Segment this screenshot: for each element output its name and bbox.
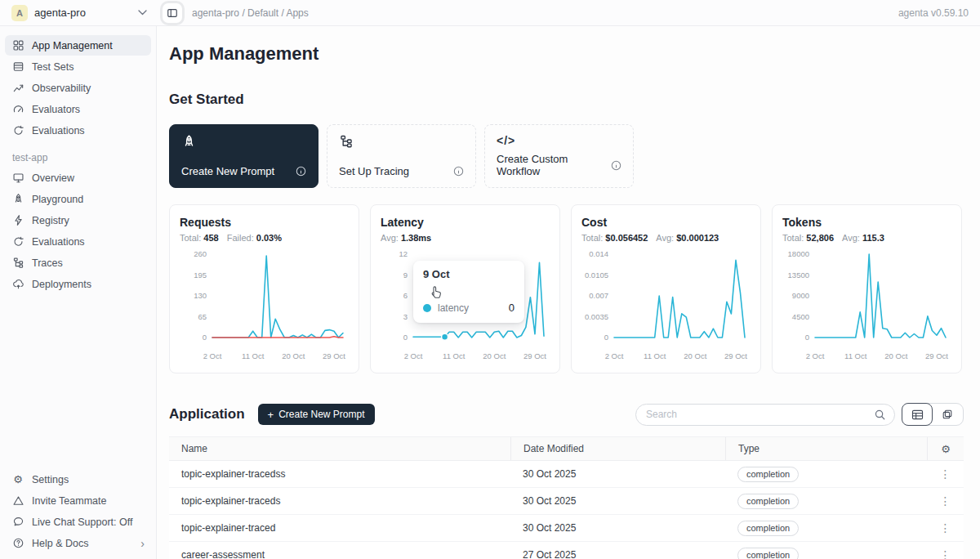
get-started-heading: Get Started (169, 92, 964, 108)
cost-chart[interactable]: 00.00350.0070.01050.0142 Oct11 Oct20 Oct… (581, 248, 752, 362)
svg-text:3: 3 (403, 312, 408, 321)
type-badge: completion (737, 548, 799, 559)
type-badge: completion (737, 521, 799, 536)
chat-bubble-icon (11, 516, 24, 529)
svg-text:29 Oct: 29 Oct (323, 351, 345, 360)
sidebar-item-live-chat[interactable]: Live Chat Support: Off (5, 512, 151, 532)
row-menu-kebab-icon[interactable]: ⋮ (940, 494, 951, 508)
svg-text:6: 6 (403, 291, 408, 300)
sidebar-item-label: Settings (32, 474, 69, 485)
series-dot (423, 304, 431, 312)
workspace-name: agenta-pro (34, 7, 138, 19)
chart-title: Requests (180, 216, 349, 229)
gear-icon: ⚙ (11, 473, 24, 486)
column-header-date-modified[interactable]: Date Modified (510, 437, 725, 460)
create-new-prompt-button[interactable]: + Create New Prompt (258, 404, 375, 425)
sidebar-item-overview[interactable]: Overview (5, 168, 151, 188)
test-sets-icon (11, 60, 24, 74)
application-header-row: Application + Create New Prompt (169, 403, 964, 426)
table-row[interactable]: topic-explainer-tracedss 30 Oct 2025 com… (169, 461, 964, 488)
grid-icon (11, 39, 24, 52)
sidebar-item-label: Traces (32, 257, 63, 269)
create-custom-workflow-card[interactable]: </> Create Custom Workflow (484, 124, 634, 188)
chevron-down-icon (138, 10, 147, 16)
sidebar-item-label: Evaluations (32, 236, 85, 248)
chart-title: Latency (381, 216, 550, 229)
tokens-chart[interactable]: 04500900013500180002 Oct11 Oct20 Oct29 O… (782, 248, 953, 362)
svg-text:65: 65 (198, 312, 207, 321)
requests-chart-card: Requests Total: 458Failed: 0.03% 0651301… (169, 204, 359, 373)
app-section-label: test-app (12, 152, 151, 163)
row-menu-kebab-icon[interactable]: ⋮ (940, 521, 951, 534)
sidebar-item-app-management[interactable]: App Management (5, 35, 151, 56)
breadcrumb[interactable]: agenta-pro / Default / Apps (192, 7, 309, 19)
requests-chart[interactable]: 0651301952602 Oct11 Oct20 Oct29 Oct (180, 248, 350, 362)
sidebar-item-app-evaluations[interactable]: Evaluations (5, 231, 151, 252)
svg-text:29 Oct: 29 Oct (925, 351, 948, 360)
table-view-icon (911, 409, 924, 420)
sidebar-item-evaluators[interactable]: Evaluators (5, 99, 151, 119)
sidebar-item-label: Overview (32, 172, 74, 184)
sidebar-item-registry[interactable]: Registry (5, 210, 151, 230)
sidebar-item-playground[interactable]: Playground (5, 189, 151, 209)
svg-text:9: 9 (403, 271, 408, 280)
table-settings-gear-icon[interactable]: ⚙ (941, 443, 951, 455)
chart-title: Cost (581, 216, 751, 229)
column-header-name[interactable]: Name (169, 443, 510, 454)
svg-text:11 Oct: 11 Oct (443, 351, 466, 360)
create-new-prompt-card[interactable]: Create New Prompt (169, 124, 318, 188)
row-menu-kebab-icon[interactable]: ⋮ (940, 548, 951, 559)
svg-text:11 Oct: 11 Oct (844, 351, 867, 360)
sidebar-item-deployments[interactable]: Deployments (5, 274, 151, 294)
svg-text:4500: 4500 (792, 312, 809, 321)
table-view-button[interactable] (902, 403, 933, 426)
row-menu-kebab-icon[interactable]: ⋮ (940, 467, 951, 481)
set-up-tracing-card[interactable]: Set Up Tracing (327, 124, 476, 188)
metrics-cards: Requests Total: 458Failed: 0.03% 0651301… (169, 204, 964, 373)
svg-text:0.014: 0.014 (589, 249, 608, 258)
info-icon[interactable] (296, 166, 306, 177)
applications-table: Name Date Modified Type ⚙ topic-explaine… (169, 436, 964, 559)
page-title: App Management (169, 43, 964, 65)
sidebar-item-label: Live Chat Support: Off (32, 517, 132, 528)
tooltip-date: 9 Oct (423, 268, 514, 280)
chart-title: Tokens (782, 216, 951, 229)
refresh-circle-icon (11, 235, 24, 248)
sidebar-item-label: Evaluations (32, 125, 85, 136)
search-icon[interactable] (874, 409, 886, 421)
table-row[interactable]: career-assessment 27 Oct 2025 completion… (169, 542, 964, 559)
app-date: 27 Oct 2025 (510, 549, 725, 559)
sidebar-item-settings[interactable]: ⚙ Settings (5, 469, 151, 490)
sidebar-item-help-docs[interactable]: Help & Docs › (5, 533, 151, 553)
sidebar-collapse-button[interactable] (163, 3, 182, 23)
sidebar-item-observability[interactable]: Observability (5, 78, 151, 98)
version-label: agenta v0.59.10 (898, 7, 969, 19)
workspace-switcher[interactable]: A agenta-pro (0, 5, 157, 21)
app-date: 30 Oct 2025 (510, 468, 725, 480)
table-row[interactable]: topic-explainer-traceds 30 Oct 2025 comp… (169, 488, 964, 515)
card-label: Create Custom Workflow (497, 153, 604, 177)
search-input[interactable] (646, 409, 874, 420)
plus-icon: + (268, 409, 274, 421)
svg-text:20 Oct: 20 Oct (483, 351, 506, 360)
sidebar-item-invite-teammate[interactable]: Invite Teammate (5, 490, 151, 511)
tooltip-series-label: latency (438, 302, 469, 314)
chart-stats: Avg: 1.38ms (381, 233, 550, 243)
sidebar-item-label: Evaluators (32, 104, 80, 115)
sidebar-item-traces[interactable]: Traces (5, 253, 151, 273)
help-circle-icon (11, 537, 24, 550)
svg-text:0.0035: 0.0035 (585, 312, 608, 321)
sidebar: App Management Test Sets Observability E… (0, 26, 157, 559)
sidebar-item-label: App Management (32, 40, 113, 51)
info-icon[interactable] (453, 166, 464, 177)
svg-text:0: 0 (805, 333, 809, 342)
card-view-button[interactable] (932, 403, 963, 426)
sidebar-item-test-sets[interactable]: Test Sets (5, 56, 151, 77)
gauge-icon (11, 103, 24, 116)
column-header-type[interactable]: Type (725, 437, 927, 460)
card-view-icon (942, 409, 953, 420)
sidebar-item-evaluations[interactable]: Evaluations (5, 120, 151, 141)
tooltip-value: 0 (509, 302, 514, 314)
info-icon[interactable] (611, 160, 621, 171)
table-row[interactable]: topic-explainer-traced 30 Oct 2025 compl… (169, 515, 964, 542)
